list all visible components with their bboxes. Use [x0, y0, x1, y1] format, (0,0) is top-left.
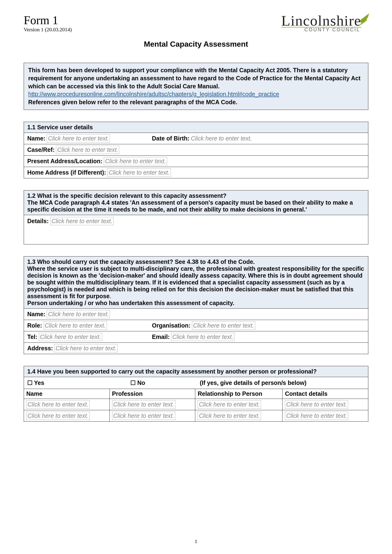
intro-p1: This form has been developed to support … [28, 67, 360, 90]
leaf-icon [358, 12, 370, 27]
role-label: Role: [27, 322, 42, 329]
col-profession: Profession [110, 389, 195, 399]
page-title: Mental Capacity Assessment [24, 40, 368, 48]
r1-relationship-field[interactable]: Click here to enter text. [198, 400, 261, 409]
section-1-4-heading: 1.4 Have you been supported to carry out… [24, 366, 368, 377]
section-1-2-heading: 1.2 What is the specific decision releva… [24, 190, 368, 215]
caseref-field[interactable]: Click here to enter text. [56, 146, 119, 154]
form-id-block: Form 1 Version 1 (20.03.2014) [24, 14, 72, 33]
tel-field[interactable]: Click here to enter text. [39, 333, 102, 341]
r2-name-field[interactable]: Click here to enter text. [26, 412, 90, 420]
no-checkbox[interactable]: ☐ [130, 380, 136, 386]
role-field[interactable]: Click here to enter text. [44, 321, 107, 330]
form-number: Form 1 [24, 14, 72, 26]
r2-profession-field[interactable]: Click here to enter text. [112, 412, 175, 420]
r1-profession-field[interactable]: Click here to enter text. [112, 400, 175, 409]
assessor-name-label: Name: [27, 311, 45, 318]
organisation-label: Organisation: [152, 322, 190, 329]
yes-label: Yes [34, 380, 44, 386]
home-address-label: Home Address (if Different): [27, 169, 106, 176]
no-label: No [137, 380, 145, 386]
r1-contact-field[interactable]: Click here to enter text. [285, 400, 348, 409]
section-1-3-heading: 1.3 Who should carry out the capacity as… [24, 256, 368, 309]
caseref-label: Case/Ref: [27, 146, 55, 153]
intro-p2: References given below refer to the rele… [28, 99, 238, 105]
email-field[interactable]: Click here to enter text. [171, 333, 234, 341]
table-row: Click here to enter text. Click here to … [24, 410, 368, 421]
assessor-name-field[interactable]: Click here to enter text. [47, 310, 110, 318]
r2-relationship-field[interactable]: Click here to enter text. [198, 412, 261, 420]
table-row: Click here to enter text. Click here to … [24, 399, 368, 410]
r1-name-field[interactable]: Click here to enter text. [26, 400, 90, 409]
form-version: Version 1 (20.03.2014) [24, 27, 72, 33]
yes-hint: (If yes, give details of person/s below) [200, 380, 365, 386]
assessor-address-field[interactable]: Click here to enter text. [54, 344, 118, 353]
details-field[interactable]: Click here to enter text. [50, 217, 113, 225]
section-1-1-heading: 1.1 Service user details [24, 122, 368, 133]
logo-wordmark: Lincolnshire [281, 14, 368, 28]
dob-field[interactable]: Click here to enter text. [191, 135, 252, 142]
yes-checkbox[interactable]: ☐ [27, 380, 33, 386]
col-name: Name [24, 389, 110, 399]
section-1-3: 1.3 Who should carry out the capacity as… [24, 256, 368, 354]
intro-box: This form has been developed to support … [24, 63, 368, 110]
page-header: Form 1 Version 1 (20.03.2014) Lincolnshi… [24, 14, 368, 33]
details-label: Details: [27, 218, 49, 224]
logo: Lincolnshire COUNTY COUNCIL [281, 14, 368, 32]
page-number: 1 [0, 538, 392, 545]
section-1-2: 1.2 What is the specific decision releva… [24, 190, 368, 244]
email-label: Email: [152, 333, 170, 340]
support-table: Name Profession Relationship to Person C… [24, 389, 368, 421]
section-1-4: 1.4 Have you been supported to carry out… [24, 366, 368, 422]
dob-label: Date of Birth: [152, 135, 189, 142]
organisation-field[interactable]: Click here to enter text. [192, 321, 255, 330]
name-label: Name: [27, 135, 45, 142]
name-field[interactable]: Click here to enter text. [47, 134, 110, 143]
present-address-label: Present Address/Location: [27, 158, 102, 165]
home-address-field[interactable]: Click here to enter text. [107, 168, 171, 177]
r2-contact-field[interactable]: Click here to enter text. [285, 412, 348, 420]
tel-label: Tel: [27, 333, 37, 340]
intro-link[interactable]: http://www.proceduresonline.com/lincolns… [28, 91, 279, 97]
section-1-1: 1.1 Service user details Name: Click her… [24, 122, 368, 178]
col-contact: Contact details [282, 389, 368, 399]
col-relationship: Relationship to Person [195, 389, 282, 399]
present-address-field[interactable]: Click here to enter text. [104, 157, 167, 165]
assessor-address-label: Address: [27, 345, 53, 352]
